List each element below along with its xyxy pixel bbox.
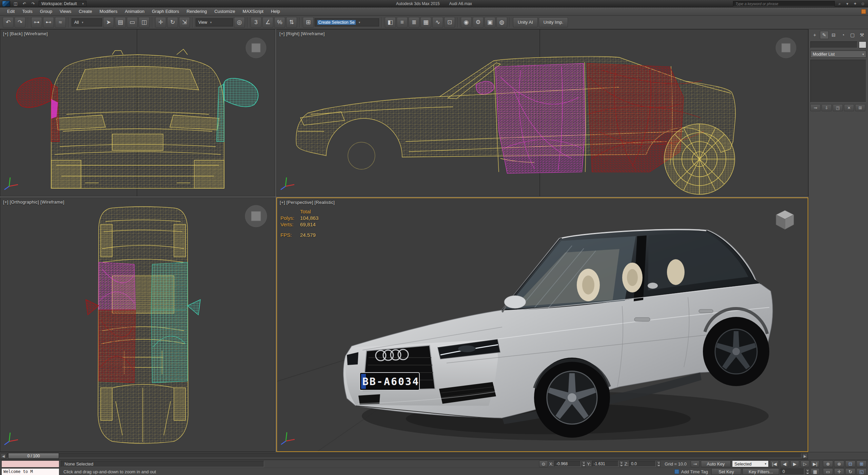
workspace-dropdown[interactable]: Workspace: Default ▾ <box>39 1 86 6</box>
pan-view-icon[interactable]: ✛ <box>834 468 844 475</box>
set-key-button[interactable]: Set Key <box>711 468 741 475</box>
pin-stack-icon[interactable]: ⊸ <box>810 104 821 111</box>
mini-curve-editor-icon[interactable]: ▦ <box>811 468 820 475</box>
maxscript-mini-listener[interactable]: Welcome to M <box>1 468 59 475</box>
unlink-selection-icon[interactable]: ⊷ <box>43 17 54 28</box>
viewport-label[interactable]: [+] [Back] [Wireframe] <box>3 31 48 36</box>
viewport-label[interactable]: [+] [Orthographic] [Wireframe] <box>3 200 64 205</box>
snaps-toggle-icon[interactable]: 3 <box>251 17 261 28</box>
macro-recorder-line[interactable] <box>1 460 59 468</box>
viewport-right[interactable]: [+] [Right] [Wireframe] <box>276 29 808 196</box>
tab-modify-icon[interactable]: ✎ <box>820 31 829 39</box>
zoom-all-icon[interactable]: ⊛ <box>834 460 844 467</box>
current-time-field[interactable] <box>781 469 804 475</box>
maximize-viewport-toggle-icon[interactable]: ◱ <box>856 468 867 475</box>
play-animation-icon[interactable]: ▶ <box>790 460 799 467</box>
y-spinner[interactable] <box>619 461 623 467</box>
window-crossing-toggle-icon[interactable]: ◫ <box>139 17 150 28</box>
configure-modifier-sets-icon[interactable]: ⊞ <box>855 104 865 111</box>
previous-frame-arrow[interactable]: ◀ <box>1 453 6 459</box>
time-spinner[interactable] <box>806 469 809 475</box>
perspective-viewport-canvas[interactable]: BB-A6034 <box>277 198 808 451</box>
rendered-frame-window-icon[interactable]: ▣ <box>485 17 495 28</box>
back-viewport-canvas[interactable] <box>0 30 275 196</box>
make-unique-icon[interactable]: ◳ <box>833 104 843 111</box>
object-name-field[interactable] <box>810 41 857 48</box>
menu-help[interactable]: Help <box>267 7 284 16</box>
menu-customize[interactable]: Customize <box>211 7 239 16</box>
menu-modifiers[interactable]: Modifiers <box>96 7 121 16</box>
select-by-name-icon[interactable]: ▤ <box>115 17 126 28</box>
set-keys-icon[interactable]: ⊸ <box>691 460 699 467</box>
infocenter-icon[interactable] <box>861 9 866 14</box>
time-slider-track[interactable] <box>7 453 802 458</box>
next-frame-arrow[interactable]: ▶ <box>802 453 808 459</box>
schematic-view-icon[interactable]: ⊡ <box>444 17 455 28</box>
rectangular-selection-region-icon[interactable]: ▭ <box>127 17 138 28</box>
viewport-label[interactable]: [+] [Perspective] [Realistic] <box>280 200 335 205</box>
orbit-icon[interactable]: ↻ <box>845 468 855 475</box>
align-icon[interactable]: ≡ <box>397 17 408 28</box>
select-and-move-icon[interactable]: ✛ <box>155 17 166 28</box>
undo-icon[interactable]: ↶ <box>3 17 14 28</box>
application-button[interactable] <box>2 1 10 7</box>
select-object-icon[interactable]: ➤ <box>103 17 114 28</box>
key-mode-dropdown[interactable]: Selected ▾ <box>732 460 769 467</box>
curve-editor-icon[interactable]: ∿ <box>432 17 443 28</box>
search-input[interactable] <box>733 1 835 6</box>
viewport-orthographic[interactable]: [+] [Orthographic] [Wireframe] <box>0 197 275 452</box>
render-production-icon[interactable]: ◍ <box>496 17 507 28</box>
redo-icon[interactable]: ↷ <box>30 1 37 6</box>
z-coordinate-input[interactable] <box>629 461 656 467</box>
x-coordinate-input[interactable] <box>554 461 581 467</box>
undo-icon[interactable]: ↶ <box>21 1 28 6</box>
tab-hierarchy-icon[interactable]: ⊟ <box>829 31 838 39</box>
viewcube-widget[interactable] <box>246 38 266 58</box>
menu-rendering[interactable]: Rendering <box>183 7 211 16</box>
tab-create-icon[interactable]: + <box>810 31 819 39</box>
zoom-region-icon[interactable]: ▭ <box>823 468 833 475</box>
menu-maxscript[interactable]: MAXScript <box>239 7 267 16</box>
select-and-rotate-icon[interactable]: ↻ <box>167 17 178 28</box>
save-icon[interactable]: ◫ <box>12 1 19 6</box>
ortho-viewport-canvas[interactable] <box>0 198 275 452</box>
tab-display-icon[interactable]: ▢ <box>848 31 857 39</box>
unity-ai-button[interactable]: Unity AI <box>513 17 538 27</box>
angle-snap-icon[interactable]: ∠ <box>262 17 273 28</box>
render-setup-icon[interactable]: ⚙ <box>473 17 484 28</box>
go-to-start-icon[interactable]: |◀ <box>770 460 779 467</box>
menu-tools[interactable]: Tools <box>18 7 36 16</box>
zoom-icon[interactable]: ⊕ <box>823 460 833 467</box>
object-color-swatch[interactable] <box>859 41 866 48</box>
x-spinner[interactable] <box>582 461 586 467</box>
zoom-extents-icon[interactable]: ⊡ <box>845 460 855 467</box>
viewcube-widget[interactable] <box>245 205 267 227</box>
layer-manager-icon[interactable]: ≣ <box>409 17 419 28</box>
unity-import-button[interactable]: Unity Imp. <box>539 17 568 27</box>
menu-edit[interactable]: Edit <box>3 7 18 16</box>
z-spinner[interactable] <box>657 461 660 467</box>
auto-key-button[interactable]: Auto Key <box>701 460 731 467</box>
remove-modifier-icon[interactable]: ✕ <box>844 104 854 111</box>
reference-coordinate-dropdown[interactable]: View ▾ <box>196 18 233 26</box>
ribbon-toggle-icon[interactable]: ▦ <box>420 17 431 28</box>
named-selection-set-combo[interactable]: Create Selection Se ▾ <box>315 18 379 26</box>
spinner-snap-icon[interactable]: ⇅ <box>286 17 297 28</box>
add-time-tag[interactable]: Add Time Tag <box>672 469 710 474</box>
tab-utilities-icon[interactable]: ⚒ <box>857 31 866 39</box>
viewport-perspective[interactable]: BB-A6034 <box>276 197 808 452</box>
modifier-list-dropdown[interactable]: Modifier List ▾ <box>810 51 866 58</box>
viewcube-widget[interactable] <box>776 38 796 58</box>
menu-create[interactable]: Create <box>75 7 96 16</box>
menu-animation[interactable]: Animation <box>121 7 148 16</box>
menu-views[interactable]: Views <box>56 7 75 16</box>
right-viewport-canvas[interactable] <box>277 30 808 196</box>
modifier-stack[interactable] <box>810 60 866 102</box>
use-pivot-center-icon[interactable]: ◎ <box>234 17 245 28</box>
y-coordinate-input[interactable] <box>592 461 618 467</box>
bind-to-spacewarp-icon[interactable]: ≈ <box>55 17 66 28</box>
communication-center-icon[interactable]: ✦ <box>852 1 858 6</box>
menu-group[interactable]: Group <box>36 7 56 16</box>
show-end-result-icon[interactable]: ⇩ <box>822 104 832 111</box>
go-to-end-icon[interactable]: ▶| <box>811 460 820 467</box>
